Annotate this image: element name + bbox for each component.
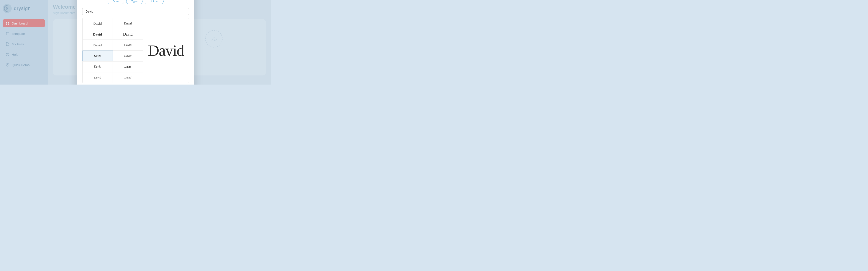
sig-list: David David David David David David [83,18,143,83]
sig-preview-text: David [148,42,184,60]
sig-content: David David David David David David [82,18,189,83]
list-item[interactable]: David [83,72,113,83]
list-item[interactable]: David [113,18,143,29]
list-item[interactable]: David [113,29,143,40]
tab-upload[interactable]: Upload [145,0,163,4]
list-item[interactable]: David [113,40,143,50]
list-item[interactable]: David [113,50,143,61]
list-item[interactable]: David [83,18,113,29]
modal-overlay: × SIGNATURE Draw Type Upload David David [0,0,271,84]
modal-tabs: Draw Type Upload [82,0,189,4]
list-item[interactable]: David [113,61,143,72]
list-item[interactable]: David [83,29,113,40]
list-item[interactable]: David [113,72,143,83]
search-row [82,8,189,15]
tab-draw[interactable]: Draw [107,0,124,4]
name-input[interactable] [82,8,189,15]
list-item[interactable]: David [83,40,113,50]
tab-type[interactable]: Type [126,0,142,4]
list-item[interactable]: David [83,50,113,61]
list-item[interactable]: David [83,61,113,72]
sig-preview: David [143,18,189,83]
signature-modal: × SIGNATURE Draw Type Upload David David [77,0,194,84]
